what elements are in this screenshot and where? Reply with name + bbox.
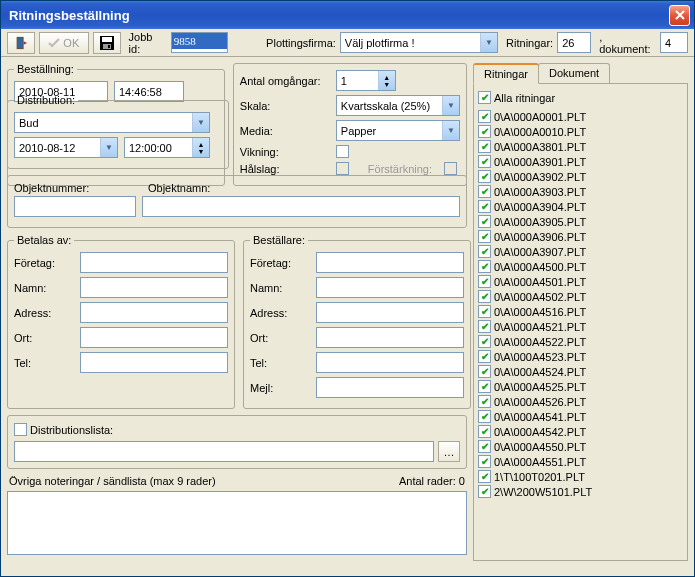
bestallare-foretag-field[interactable]: [316, 252, 464, 273]
file-checkbox[interactable]: ✔: [478, 305, 491, 318]
file-item[interactable]: ✔0\A\000A4501.PLT: [478, 274, 683, 289]
objektnummer-field[interactable]: [14, 196, 136, 217]
file-item[interactable]: ✔0\A\000A4542.PLT: [478, 424, 683, 439]
file-item[interactable]: ✔0\A\000A3907.PLT: [478, 244, 683, 259]
distributionslista-field[interactable]: [14, 441, 434, 462]
distribution-method-combo[interactable]: Bud ▼: [14, 112, 210, 133]
file-name: 0\A\000A4502.PLT: [494, 291, 586, 303]
distribution-time-spinner[interactable]: 12:00:00 ▲▼: [124, 137, 210, 158]
plottingsfirma-combo[interactable]: Välj plotfirma ! ▼: [340, 32, 498, 53]
objektnamn-field[interactable]: [142, 196, 460, 217]
file-checkbox[interactable]: ✔: [478, 320, 491, 333]
file-checkbox[interactable]: ✔: [478, 110, 491, 123]
betalas-foretag-field[interactable]: [80, 252, 228, 273]
file-checkbox[interactable]: ✔: [478, 200, 491, 213]
file-item[interactable]: ✔0\A\000A4516.PLT: [478, 304, 683, 319]
alla-ritningar-checkbox[interactable]: ✔: [478, 91, 491, 104]
vikning-checkbox[interactable]: [336, 145, 349, 158]
bestallare-mejl-field[interactable]: [316, 377, 464, 398]
browse-button[interactable]: …: [438, 441, 460, 462]
file-checkbox[interactable]: ✔: [478, 485, 491, 498]
file-item[interactable]: ✔0\A\000A4524.PLT: [478, 364, 683, 379]
file-checkbox[interactable]: ✔: [478, 425, 491, 438]
file-item[interactable]: ✔0\A\000A4550.PLT: [478, 439, 683, 454]
chevron-down-icon: ▼: [100, 138, 117, 157]
file-item[interactable]: ✔0\A\000A4500.PLT: [478, 259, 683, 274]
file-list: ✔0\A\000A0001.PLT✔0\A\000A0010.PLT✔0\A\0…: [478, 109, 683, 499]
file-item[interactable]: ✔2\W\200W5101.PLT: [478, 484, 683, 499]
file-item[interactable]: ✔0\A\000A3801.PLT: [478, 139, 683, 154]
bestallare-ort-field[interactable]: [316, 327, 464, 348]
file-checkbox[interactable]: ✔: [478, 155, 491, 168]
file-item[interactable]: ✔0\A\000A4526.PLT: [478, 394, 683, 409]
file-item[interactable]: ✔0\A\000A3904.PLT: [478, 199, 683, 214]
file-item[interactable]: ✔0\A\000A4541.PLT: [478, 409, 683, 424]
ritningar-panel: ✔ Alla ritningar ✔0\A\000A0001.PLT✔0\A\0…: [473, 83, 688, 561]
file-checkbox[interactable]: ✔: [478, 290, 491, 303]
file-item[interactable]: ✔0\A\000A0001.PLT: [478, 109, 683, 124]
file-name: 0\A\000A4551.PLT: [494, 456, 586, 468]
file-name: 0\A\000A4501.PLT: [494, 276, 586, 288]
jobb-id-field[interactable]: [171, 32, 228, 53]
file-checkbox[interactable]: ✔: [478, 350, 491, 363]
media-value: Papper: [337, 123, 442, 139]
betalas-ort-field[interactable]: [80, 327, 228, 348]
file-checkbox[interactable]: ✔: [478, 260, 491, 273]
betalas-tel-field[interactable]: [80, 352, 228, 373]
noteringar-listbox[interactable]: [7, 491, 467, 555]
bestallare-ort-label: Ort:: [250, 332, 310, 344]
betalas-adress-field[interactable]: [80, 302, 228, 323]
file-checkbox[interactable]: ✔: [478, 470, 491, 483]
media-combo[interactable]: Papper ▼: [336, 120, 460, 141]
antal-omgangar-spinner[interactable]: 1 ▲▼: [336, 70, 396, 91]
file-checkbox[interactable]: ✔: [478, 455, 491, 468]
tab-ritningar[interactable]: Ritningar: [473, 63, 539, 84]
file-item[interactable]: ✔0\A\000A0010.PLT: [478, 124, 683, 139]
file-name: 0\A\000A0001.PLT: [494, 111, 586, 123]
file-checkbox[interactable]: ✔: [478, 185, 491, 198]
file-item[interactable]: ✔0\A\000A3903.PLT: [478, 184, 683, 199]
file-checkbox[interactable]: ✔: [478, 170, 491, 183]
ok-button[interactable]: OK: [39, 32, 89, 54]
file-checkbox[interactable]: ✔: [478, 380, 491, 393]
bestallare-tel-field[interactable]: [316, 352, 464, 373]
save-button[interactable]: [93, 32, 121, 54]
distribution-date-combo[interactable]: 2010-08-12 ▼: [14, 137, 118, 158]
distributionslista-checkbox[interactable]: [14, 423, 27, 436]
file-checkbox[interactable]: ✔: [478, 215, 491, 228]
file-checkbox[interactable]: ✔: [478, 395, 491, 408]
file-checkbox[interactable]: ✔: [478, 410, 491, 423]
file-item[interactable]: ✔0\A\000A3906.PLT: [478, 229, 683, 244]
file-item[interactable]: ✔0\A\000A3902.PLT: [478, 169, 683, 184]
file-item[interactable]: ✔1\T\100T0201.PLT: [478, 469, 683, 484]
distribution-time-value: 12:00:00: [125, 140, 192, 156]
bestallare-namn-field[interactable]: [316, 277, 464, 298]
exit-button[interactable]: [7, 32, 35, 54]
file-item[interactable]: ✔0\A\000A4551.PLT: [478, 454, 683, 469]
plottingsfirma-value: Välj plotfirma !: [341, 35, 480, 51]
skala-combo[interactable]: Kvartsskala (25%) ▼: [336, 95, 460, 116]
file-checkbox[interactable]: ✔: [478, 440, 491, 453]
file-item[interactable]: ✔0\A\000A4521.PLT: [478, 319, 683, 334]
file-checkbox[interactable]: ✔: [478, 245, 491, 258]
file-item[interactable]: ✔0\A\000A4522.PLT: [478, 334, 683, 349]
bestallare-adress-field[interactable]: [316, 302, 464, 323]
file-checkbox[interactable]: ✔: [478, 140, 491, 153]
close-button[interactable]: [669, 5, 690, 26]
file-checkbox[interactable]: ✔: [478, 275, 491, 288]
betalas-tel-label: Tel:: [14, 357, 74, 369]
tab-dokument[interactable]: Dokument: [538, 63, 610, 83]
file-checkbox[interactable]: ✔: [478, 335, 491, 348]
distribution-legend: Distribution:: [14, 94, 78, 106]
file-checkbox[interactable]: ✔: [478, 230, 491, 243]
file-item[interactable]: ✔0\A\000A4525.PLT: [478, 379, 683, 394]
betalas-namn-field[interactable]: [80, 277, 228, 298]
file-item[interactable]: ✔0\A\000A4523.PLT: [478, 349, 683, 364]
ritningar-count: [557, 32, 591, 53]
file-item[interactable]: ✔0\A\000A3901.PLT: [478, 154, 683, 169]
file-item[interactable]: ✔0\A\000A3905.PLT: [478, 214, 683, 229]
file-checkbox[interactable]: ✔: [478, 125, 491, 138]
file-checkbox[interactable]: ✔: [478, 365, 491, 378]
file-item[interactable]: ✔0\A\000A4502.PLT: [478, 289, 683, 304]
chevron-down-icon: ▼: [192, 113, 209, 132]
